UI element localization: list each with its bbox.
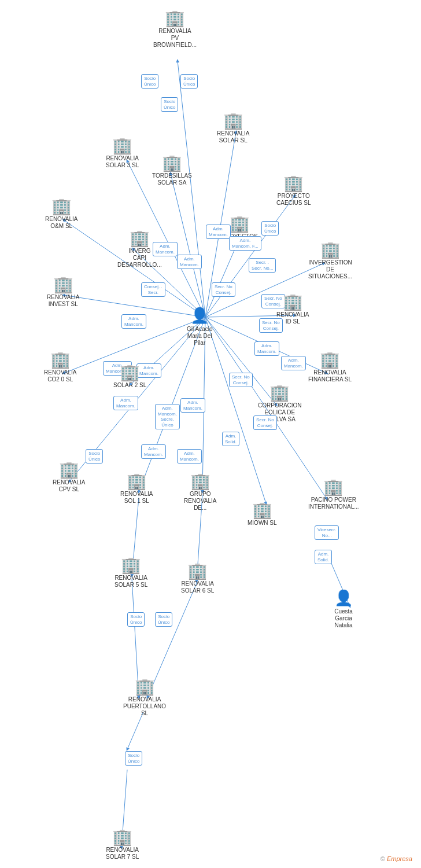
node-renovalia-sol1: 🏢 RENOVALIASOL 1 SL: [120, 473, 153, 505]
node-renovalia-invest: 🏢 RENOVALIAINVEST SL: [47, 277, 80, 308]
node-label-renovalia-om: RENOVALIAO&M SL: [45, 216, 78, 230]
badge-adm-mancom-7[interactable]: Adm.Mancom.: [281, 356, 306, 370]
badge-socio-unico-8[interactable]: SocioÚnico: [125, 751, 142, 766]
node-renovalia-solar2: 🏢 SOLAR 2 SL: [113, 365, 146, 389]
building-icon: 🏢: [130, 230, 150, 247]
badge-adm-mancom-10[interactable]: Adm.Mancom.: [113, 396, 138, 410]
node-label-renovalia-solar2: SOLAR 2 SL: [113, 382, 146, 389]
badge-socio-unico-6[interactable]: SocioÚnico: [127, 612, 145, 627]
node-label-proyecto-caecius: PROYECTOCAECIUS SL: [276, 193, 311, 207]
building-icon: 🏢: [190, 473, 211, 490]
badge-adm-mancom-1[interactable]: Adm.Mancom.: [206, 225, 231, 239]
node-label-invergestion: INVERGESTIONDESITUACIONES...: [308, 259, 352, 280]
node-miown: 🏢 MIOWN SL: [248, 502, 277, 527]
node-label-miown: MIOWN SL: [248, 520, 277, 527]
node-renovalia-solar5: 🏢 RENOVALIASOLAR 5 SL: [115, 557, 147, 589]
badge-adm-mancom-4[interactable]: Adm.Mancom.: [177, 255, 202, 269]
node-renovalia-om: 🏢 RENOVALIAO&M SL: [45, 198, 78, 230]
node-cuesta-garcia: 👤 CuestaGarciaNatalia: [334, 589, 353, 629]
node-renovalia-solar7: 🏢 RENOVALIASOLAR 7 SL: [106, 829, 139, 860]
badge-adm-mancom-11[interactable]: Adm.Mancom.: [180, 398, 205, 413]
node-proyecto-caecius: 🏢 PROYECTOCAECIUS SL: [276, 175, 311, 207]
node-renovalia-solar6: 🏢 RENOVALIASOLAR 6 SL: [181, 563, 214, 594]
building-icon: 🏢: [230, 216, 250, 232]
node-invergestion: 🏢 INVERGESTIONDESITUACIONES...: [308, 242, 352, 280]
building-icon: 🏢: [135, 679, 155, 695]
badge-adm-mancom-5[interactable]: Adm.Mancom.: [121, 314, 146, 329]
chart-container: 🏢 RENOVALIAPVBROWNFIELD... SocioÚnico So…: [0, 0, 421, 868]
badge-secr-no-consej-4[interactable]: Secr. NoConsej.: [229, 373, 253, 387]
node-label-renovalia-pv: RENOVALIAPVBROWNFIELD...: [153, 28, 197, 49]
node-label-renovalia-sol1: RENOVALIASOL 1 SL: [120, 491, 153, 505]
node-label-renovalia-solar3: RENOVALIASOLAR 3 SL: [106, 155, 139, 169]
node-label-renovalia-financiera: RENOVALIAFINANCIERA SL: [308, 369, 352, 383]
building-icon: 🏢: [162, 155, 182, 171]
node-renovalia-cpv: 🏢 RENOVALIACPV SL: [53, 462, 86, 493]
building-icon: 🏢: [121, 557, 141, 573]
building-icon: 🏢: [120, 365, 140, 381]
badge-adm-mancom-secre[interactable]: Adm.Mancom.Secre.Único: [155, 404, 180, 429]
node-label-renovalia-puertollano: RENOVALIAPUERTOLLANOSL: [123, 696, 166, 717]
badge-socio-unico-4[interactable]: SocioÚnico: [261, 221, 279, 236]
node-renovalia-pv: 🏢 RENOVALIAPVBROWNFIELD...: [153, 10, 197, 49]
badge-secr-1[interactable]: Secr. .Secr. No...: [249, 258, 276, 273]
node-label-tordesillas: TORDESILLASSOLAR SA: [152, 172, 192, 186]
badge-socio-unico-7[interactable]: SocioÚnico: [155, 612, 172, 627]
building-icon: 🏢: [51, 198, 72, 215]
svg-line-0: [178, 61, 205, 317]
badge-consej-secr[interactable]: Consej. .Secr.: [141, 282, 165, 297]
badge-socio-unico-2[interactable]: SocioÚnico: [180, 74, 198, 89]
badge-adm-mancom-12[interactable]: Adm.Mancom.: [141, 444, 166, 459]
node-renovalia-puertollano: 🏢 RENOVALIAPUERTOLLANOSL: [123, 679, 166, 717]
building-icon: 🏢: [112, 829, 132, 845]
building-icon: 🏢: [320, 352, 340, 368]
badge-adm-solid-2[interactable]: Adm.Solid.: [315, 550, 332, 564]
building-icon: 🏢: [50, 352, 71, 368]
node-tordesillas: 🏢 TORDESILLASSOLAR SA: [152, 155, 192, 186]
badge-secr-no-consej-3[interactable]: Secr. NoConsej.: [259, 318, 283, 333]
badge-socio-unico-1[interactable]: SocioÚnico: [141, 74, 158, 89]
node-label-renovalia-solar7: RENOVALIASOLAR 7 SL: [106, 847, 139, 860]
connections-svg: [0, 0, 421, 868]
copyright-brand: Empresa: [387, 855, 412, 862]
badge-adm-solid[interactable]: Adm.Solid.: [222, 432, 239, 446]
building-icon: 🏢: [59, 462, 79, 478]
badge-vicesecr[interactable]: Vicesecr.No...: [315, 525, 339, 540]
building-icon: 🏢: [323, 479, 344, 495]
node-label-pacino-power: PACINO POWERINTERNATIONAL...: [308, 496, 359, 510]
badge-socio-unico-5[interactable]: SocioÚnico: [86, 449, 103, 464]
person-icon: 👤: [190, 307, 209, 325]
node-label-renovalia-solar6: RENOVALIASOLAR 6 SL: [181, 580, 214, 594]
node-label-renovalia-cpv: RENOVALIACPV SL: [53, 479, 86, 493]
building-icon: 🏢: [283, 175, 304, 192]
building-icon: 🏢: [269, 385, 290, 401]
node-renovalia-co20: 🏢 RENOVALIACO2 0 SL: [44, 352, 77, 383]
node-renovalia-solar3: 🏢 RENOVALIASOLAR 3 SL: [106, 138, 139, 169]
node-label-renovalia-co20: RENOVALIACO2 0 SL: [44, 369, 77, 383]
node-label-renovalia-invest: RENOVALIAINVEST SL: [47, 294, 80, 308]
building-icon: 🏢: [165, 10, 185, 27]
node-pacino-power: 🏢 PACINO POWERINTERNATIONAL...: [308, 479, 359, 510]
copyright: © Empresa: [381, 855, 412, 862]
building-icon: 🏢: [187, 563, 208, 579]
node-label-gil-acacio: Gil AcacioMaria DelPilar: [187, 326, 212, 347]
badge-adm-mancom-2[interactable]: Adm.Mancom. F...: [229, 236, 261, 251]
node-renovalia-financiera: 🏢 RENOVALIAFINANCIERA SL: [308, 352, 352, 383]
building-icon: 🏢: [53, 277, 73, 293]
badge-secr-no-consej[interactable]: Secr. NoConsej.: [212, 282, 235, 297]
badge-adm-mancom-6[interactable]: Adm.Mancom.: [254, 341, 279, 356]
badge-adm-mancom-13[interactable]: Adm.Mancom.: [177, 449, 202, 464]
node-renovalia-solar-sl: 🏢 RENOVALIASOLAR SL: [217, 113, 250, 144]
building-icon: 🏢: [320, 242, 341, 258]
svg-line-24: [127, 712, 143, 749]
building-icon: 🏢: [112, 138, 132, 154]
node-label-grupo-renovalia: GRUPORENOVALIADE...: [184, 491, 217, 512]
node-label-cuesta-garcia: CuestaGarciaNatalia: [334, 608, 353, 629]
building-icon: 🏢: [223, 113, 243, 129]
node-label-renovalia-solar-sl: RENOVALIASOLAR SL: [217, 130, 250, 144]
person-icon-2: 👤: [334, 589, 353, 607]
badge-adm-mancom-3[interactable]: Adm.Mancom.: [153, 242, 178, 256]
badge-socio-unico-3[interactable]: SocioÚnico: [161, 97, 178, 112]
building-icon-orange: 🏢: [252, 502, 272, 518]
badge-secr-no-consej-5[interactable]: Secr. NoConsej.: [253, 415, 277, 430]
